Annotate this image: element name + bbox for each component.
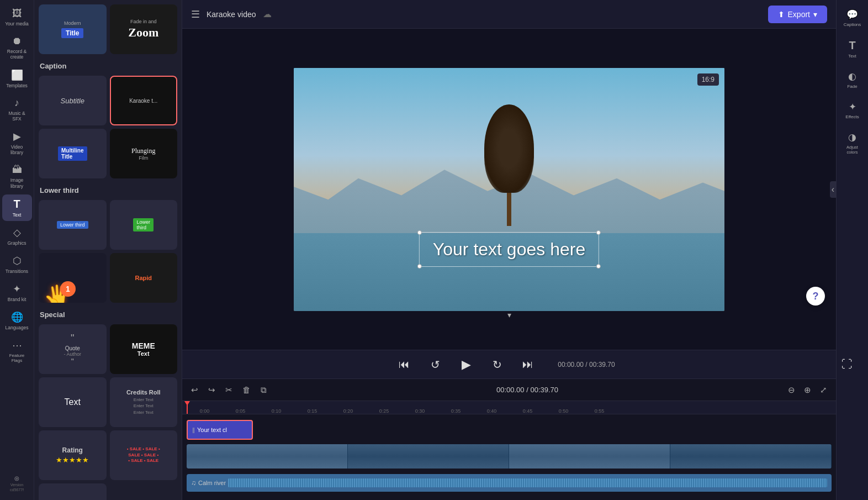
sidebar-item-text[interactable]: T Text: [2, 194, 32, 221]
menu-button[interactable]: ☰: [191, 8, 200, 20]
main-area: ☰ Karaoke video ☁ ⬆ Export ▾: [182, 0, 836, 500]
plunging-label: Plunging: [131, 147, 155, 155]
quote-label: Quote: [65, 345, 80, 351]
skip-to-start-button[interactable]: ⏮: [394, 355, 414, 375]
card-zoom[interactable]: Fade in and Zoom: [110, 4, 178, 54]
ruler-mark-5: 0:25: [366, 408, 402, 414]
video-track: [187, 444, 832, 469]
card-lower-third-1[interactable]: Lower third: [39, 200, 107, 250]
version-icon: ◎: [14, 475, 19, 481]
sidebar-item-your-media[interactable]: 🖼 Your media: [2, 4, 32, 30]
effects-icon: ✦: [849, 101, 856, 113]
fit-timeline-button[interactable]: ⤢: [818, 383, 829, 397]
audio-track-item[interactable]: ♫ Calm river: [187, 474, 832, 492]
video-segment-3: [509, 444, 670, 469]
audio-track: ♫ Calm river: [187, 471, 832, 495]
zoom-out-button[interactable]: ⊖: [786, 383, 797, 397]
sidebar-item-brand-kit[interactable]: ✦ Brand kit: [2, 280, 32, 306]
timeline-time-display: 00:00.00 / 00:39.70: [274, 386, 780, 394]
topbar: ☰ Karaoke video ☁ ⬆ Export ▾: [182, 0, 836, 29]
sidebar-item-music-sfx[interactable]: ♪ Music & SFX: [2, 94, 32, 125]
rp-captions[interactable]: 💬 Captions: [839, 4, 866, 31]
rewind-button[interactable]: ↺: [425, 355, 445, 375]
media-icon: 🖼: [12, 8, 22, 19]
card-meme[interactable]: Meme Text: [110, 324, 178, 374]
export-icon: ⬆: [778, 10, 785, 19]
left-sidebar: 🖼 Your media ⏺ Record &create ⬜ Template…: [0, 0, 34, 500]
ruler-mark-3: 0:15: [294, 408, 330, 414]
subtitle-label: Subtitle: [61, 97, 84, 105]
video-segment-1: [187, 444, 348, 469]
rp-text[interactable]: T Text: [839, 35, 866, 63]
card-lower-third-2[interactable]: Lowerthird: [110, 200, 178, 250]
export-chevron-icon: ▾: [813, 10, 817, 19]
skip-to-end-button[interactable]: ⏭: [518, 355, 538, 375]
copy-button[interactable]: ⧉: [258, 383, 269, 397]
help-button[interactable]: ?: [806, 287, 825, 306]
text-card-label: Text: [65, 397, 81, 407]
card-modern-title[interactable]: Modern Title: [39, 4, 107, 54]
text-overlay[interactable]: Your text goes here: [419, 232, 599, 267]
ruler-mark-8: 0:40: [474, 408, 510, 414]
modern-title-label: Title: [61, 28, 83, 38]
meme-label: Meme: [132, 341, 155, 350]
forward-button[interactable]: ↻: [487, 355, 507, 375]
timeline-ruler: 0:00 0:05 0:10 0:15 0:20 0:25 0:30 0:35 …: [182, 401, 836, 414]
graphics-icon: ◇: [13, 227, 21, 239]
multiline-label: MultilineTitle: [58, 146, 87, 161]
timeline-toolbar: ↩ ↪ ✂ 🗑 ⧉ 00:00.00 / 00:39.70 ⊖ ⊕ ⤢: [182, 379, 836, 401]
video-canvas[interactable]: Your text goes here: [294, 68, 724, 311]
text-panel: Modern Title Fade in and Zoom Caption Su…: [34, 0, 182, 500]
card-text[interactable]: Text: [39, 377, 107, 427]
sidebar-item-record-create[interactable]: ⏺ Record &create: [2, 32, 32, 63]
zoom-in-button[interactable]: ⊕: [802, 383, 813, 397]
play-pause-button[interactable]: ▶: [456, 355, 476, 375]
card-timer[interactable]: 01:00: [39, 483, 107, 500]
expand-timeline-button[interactable]: ▾: [507, 310, 511, 319]
card-multiline[interactable]: MultilineTitle: [39, 129, 107, 178]
cut-button[interactable]: ✂: [223, 383, 235, 397]
card-karaoke[interactable]: Karaoke t... Add to timeline 🖐 2: [110, 76, 178, 125]
card-sale[interactable]: • SALE • SALE •SALE • SALE •• SALE • SAL…: [110, 430, 178, 480]
collapse-panel-button[interactable]: ‹: [830, 181, 836, 198]
rp-adjust-colors[interactable]: ◑ Adjustcolors: [839, 127, 866, 159]
text-track-item[interactable]: ‖ Your text cl: [187, 420, 253, 440]
sidebar-item-languages[interactable]: 🌐 Languages: [2, 308, 32, 334]
video-track-segments[interactable]: [187, 444, 832, 469]
card-rating[interactable]: Rating ★★★★★: [39, 430, 107, 480]
video-segment-2: [348, 444, 509, 469]
export-button[interactable]: ⬆ Export ▾: [768, 6, 827, 23]
rp-fade[interactable]: ◐ Fade: [839, 66, 866, 93]
image-icon: 🏔: [12, 164, 22, 176]
sidebar-item-templates[interactable]: ⬜ Templates: [2, 66, 32, 92]
ruler-mark-4: 0:20: [330, 408, 366, 414]
karaoke-label: Karaoke t...: [129, 98, 157, 104]
sidebar-item-feature-flags[interactable]: ⋯ FeatureFlags: [2, 336, 32, 367]
adjust-colors-icon: ◑: [848, 131, 856, 143]
card-plunging[interactable]: Plunging Film: [110, 129, 178, 178]
sidebar-item-transitions[interactable]: ⬡ Transitions: [2, 251, 32, 277]
card-subtitle[interactable]: Subtitle: [39, 76, 107, 125]
handle-tl[interactable]: [417, 230, 422, 235]
audio-track-label: Calm river: [198, 480, 226, 486]
card-quote[interactable]: " Quote - Author ": [39, 324, 107, 374]
ruler-mark-9: 0:45: [510, 408, 546, 414]
music-icon: ♪: [14, 97, 19, 109]
zoom-label: Zoom: [128, 25, 158, 40]
sidebar-item-video-library[interactable]: ▶ Video library: [2, 127, 32, 159]
playhead[interactable]: [187, 401, 188, 414]
card-rapid[interactable]: Rapid: [110, 253, 178, 303]
sidebar-item-graphics[interactable]: ◇ Graphics: [2, 223, 32, 249]
card-credits[interactable]: Credits Roll Enter TextEnter TextEnter T…: [110, 377, 178, 427]
fullscreen-button[interactable]: ⛶: [837, 355, 857, 375]
undo-button[interactable]: ↩: [189, 383, 200, 397]
redo-button[interactable]: ↪: [206, 383, 218, 397]
flags-icon: ⋯: [12, 339, 22, 351]
delete-button[interactable]: 🗑: [240, 383, 253, 397]
languages-icon: 🌐: [11, 311, 23, 323]
brand-icon: ✦: [13, 283, 21, 295]
handle-bl[interactable]: [417, 264, 422, 269]
card-lower-third-3[interactable]: 🖐 1: [39, 253, 107, 303]
rp-effects[interactable]: ✦ Effects: [839, 97, 866, 124]
sidebar-item-image-library[interactable]: 🏔 Image library: [2, 161, 32, 192]
